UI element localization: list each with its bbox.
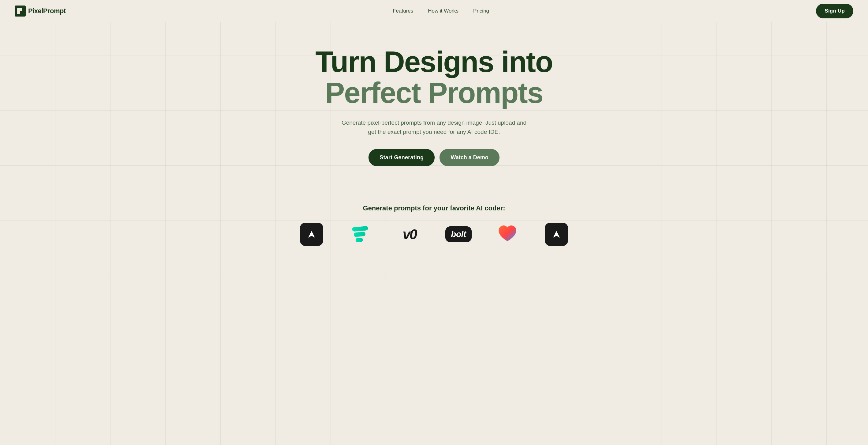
nav-item-how-it-works[interactable]: How it Works [428,8,459,14]
windsurf-icon [300,222,323,246]
nav-link-features[interactable]: Features [393,8,413,14]
hero-title-line2: Perfect Prompts [315,78,553,109]
logo-link[interactable]: PixelPrompt [15,5,66,17]
codeium-icon [352,226,369,243]
bolt-logo: bolt [446,222,471,246]
nav-item-pricing[interactable]: Pricing [473,8,489,14]
v0-icon: v0 [402,226,416,243]
hero-buttons: Start Generating Watch a Demo [369,149,499,166]
hero-section: Turn Designs into Perfect Prompts Genera… [0,22,868,204]
codeium-logo [348,222,373,246]
windsurf2-icon [545,222,568,246]
hero-title: Turn Designs into Perfect Prompts [315,47,553,109]
ai-coders-section: Generate prompts for your favorite AI co… [0,204,868,259]
ai-coders-logos: v0 bolt [12,222,856,246]
svg-marker-4 [553,231,560,238]
logo-icon [15,5,26,17]
navbar: PixelPrompt Features How it Works Pricin… [0,0,868,22]
nav-links: Features How it Works Pricing [393,8,489,14]
signup-button[interactable]: Sign Up [816,4,853,19]
windsurf2-logo [544,222,569,246]
windsurf-logo [299,222,324,246]
v0-logo: v0 [397,222,422,246]
bolt-icon: bolt [445,226,471,242]
svg-marker-3 [308,231,315,238]
watch-demo-button[interactable]: Watch a Demo [439,149,499,166]
logo-text: PixelPrompt [28,7,66,15]
hero-subtitle: Generate pixel-perfect prompts from any … [339,118,529,137]
svg-rect-2 [17,8,22,11]
ai-coders-title: Generate prompts for your favorite AI co… [12,204,856,212]
lovable-logo [495,222,520,246]
nav-link-how-it-works[interactable]: How it Works [428,8,459,14]
nav-item-features[interactable]: Features [393,8,413,14]
heart-icon [496,223,519,245]
hero-title-line1: Turn Designs into [315,47,553,78]
nav-link-pricing[interactable]: Pricing [473,8,489,14]
start-generating-button[interactable]: Start Generating [369,149,435,166]
